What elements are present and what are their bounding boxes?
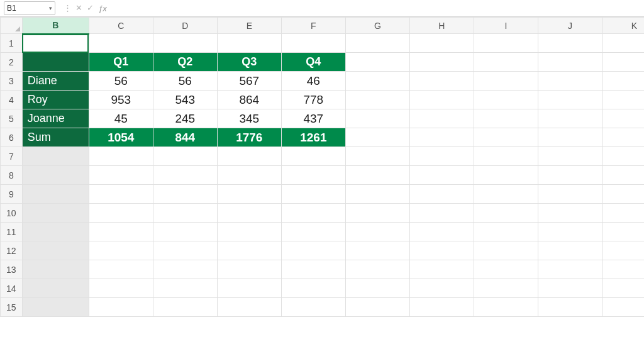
- cell-E9[interactable]: [217, 185, 281, 204]
- cell-G7[interactable]: [345, 147, 409, 166]
- cell-G13[interactable]: [345, 260, 409, 279]
- cell-J1[interactable]: [538, 34, 602, 53]
- row-header-8[interactable]: 8: [1, 166, 23, 185]
- cell-B7[interactable]: [22, 147, 89, 166]
- cell-K10[interactable]: [602, 204, 644, 223]
- cell-E3[interactable]: 567: [217, 72, 281, 91]
- cell-E8[interactable]: [217, 166, 281, 185]
- cell-H3[interactable]: [409, 72, 474, 91]
- cell-B2[interactable]: [22, 53, 89, 72]
- row-header-1[interactable]: 1: [1, 34, 23, 53]
- cell-F15[interactable]: [281, 298, 345, 317]
- cell-E15[interactable]: [217, 298, 281, 317]
- cell-H9[interactable]: [409, 185, 474, 204]
- cell-G5[interactable]: [345, 109, 409, 128]
- cell-H5[interactable]: [409, 109, 474, 128]
- cell-E13[interactable]: [217, 260, 281, 279]
- cell-D2[interactable]: Q2: [153, 53, 217, 72]
- name-box[interactable]: B1 ▾: [4, 1, 55, 15]
- cell-D12[interactable]: [153, 241, 217, 260]
- cell-J6[interactable]: [538, 128, 602, 147]
- cell-E7[interactable]: [217, 147, 281, 166]
- cell-C15[interactable]: [89, 298, 153, 317]
- cell-I14[interactable]: [474, 279, 538, 298]
- cell-D10[interactable]: [153, 204, 217, 223]
- cell-H12[interactable]: [409, 241, 474, 260]
- cell-G12[interactable]: [345, 241, 409, 260]
- row-header-2[interactable]: 2: [1, 53, 23, 72]
- cell-J14[interactable]: [538, 279, 602, 298]
- row-header-11[interactable]: 11: [1, 223, 23, 241]
- formula-input[interactable]: [109, 2, 644, 14]
- cell-J3[interactable]: [538, 72, 602, 91]
- cell-G11[interactable]: [345, 223, 409, 241]
- cell-F2[interactable]: Q4: [281, 53, 345, 72]
- cell-G6[interactable]: [345, 128, 409, 147]
- cell-I3[interactable]: [474, 72, 538, 91]
- row-header-14[interactable]: 14: [1, 279, 23, 298]
- column-header-E[interactable]: E: [217, 18, 281, 34]
- cell-C10[interactable]: [89, 204, 153, 223]
- cell-H7[interactable]: [409, 147, 474, 166]
- cell-C7[interactable]: [89, 147, 153, 166]
- cell-B1[interactable]: [22, 34, 89, 53]
- cell-H14[interactable]: [409, 279, 474, 298]
- cell-K1[interactable]: [602, 34, 644, 53]
- cell-D1[interactable]: [153, 34, 217, 53]
- cell-G10[interactable]: [345, 204, 409, 223]
- cell-F8[interactable]: [281, 166, 345, 185]
- cell-E5[interactable]: 345: [217, 109, 281, 128]
- cell-I13[interactable]: [474, 260, 538, 279]
- cell-F13[interactable]: [281, 260, 345, 279]
- cell-C1[interactable]: [89, 34, 153, 53]
- cell-E10[interactable]: [217, 204, 281, 223]
- row-header-5[interactable]: 5: [1, 109, 23, 128]
- cell-G14[interactable]: [345, 279, 409, 298]
- cell-K15[interactable]: [602, 298, 644, 317]
- cell-H6[interactable]: [409, 128, 474, 147]
- cell-I9[interactable]: [474, 185, 538, 204]
- cell-D3[interactable]: 56: [153, 72, 217, 91]
- cell-H15[interactable]: [409, 298, 474, 317]
- cell-K6[interactable]: [602, 128, 644, 147]
- cell-F9[interactable]: [281, 185, 345, 204]
- cell-B9[interactable]: [22, 185, 89, 204]
- cell-G1[interactable]: [345, 34, 409, 53]
- cell-I12[interactable]: [474, 241, 538, 260]
- cell-J13[interactable]: [538, 260, 602, 279]
- cell-D6[interactable]: 844: [153, 128, 217, 147]
- select-all-triangle[interactable]: [1, 18, 23, 34]
- cell-K4[interactable]: [602, 91, 644, 109]
- cell-K3[interactable]: [602, 72, 644, 91]
- cell-F14[interactable]: [281, 279, 345, 298]
- cell-K13[interactable]: [602, 260, 644, 279]
- cell-H10[interactable]: [409, 204, 474, 223]
- cell-I7[interactable]: [474, 147, 538, 166]
- column-header-I[interactable]: I: [474, 18, 538, 34]
- cell-B12[interactable]: [22, 241, 89, 260]
- cell-J7[interactable]: [538, 147, 602, 166]
- cell-K5[interactable]: [602, 109, 644, 128]
- cell-B6[interactable]: Sum: [22, 128, 89, 147]
- cell-I8[interactable]: [474, 166, 538, 185]
- cell-K14[interactable]: [602, 279, 644, 298]
- cell-H1[interactable]: [409, 34, 474, 53]
- chevron-down-icon[interactable]: ▾: [49, 5, 52, 11]
- cell-E1[interactable]: [217, 34, 281, 53]
- column-header-H[interactable]: H: [409, 18, 474, 34]
- cell-I6[interactable]: [474, 128, 538, 147]
- cell-H13[interactable]: [409, 260, 474, 279]
- cell-D4[interactable]: 543: [153, 91, 217, 109]
- column-header-D[interactable]: D: [153, 18, 217, 34]
- cell-J15[interactable]: [538, 298, 602, 317]
- cell-G2[interactable]: [345, 53, 409, 72]
- cell-K9[interactable]: [602, 185, 644, 204]
- cell-F12[interactable]: [281, 241, 345, 260]
- cell-J10[interactable]: [538, 204, 602, 223]
- cell-B14[interactable]: [22, 279, 89, 298]
- cell-D11[interactable]: [153, 223, 217, 241]
- cell-E2[interactable]: Q3: [217, 53, 281, 72]
- cell-H11[interactable]: [409, 223, 474, 241]
- cell-K12[interactable]: [602, 241, 644, 260]
- cell-F4[interactable]: 778: [281, 91, 345, 109]
